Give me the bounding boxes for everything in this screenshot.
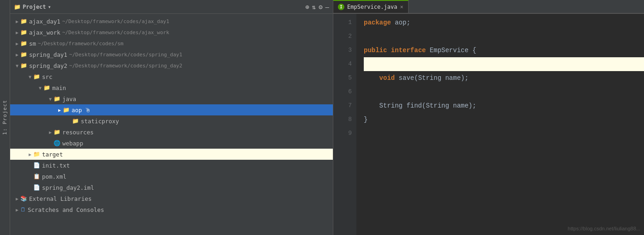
sort-icon[interactable]: ⇅ [312,3,316,11]
code-area[interactable]: 1 2 3 4 5 6 7 8 9 package aop; [333,14,644,235]
line-numbers: 1 2 3 4 5 6 7 8 9 [333,14,356,235]
code-line-6 [364,85,644,99]
toolbar-icons: ⊕ ⇅ ⚙ — [305,3,329,11]
code-line-8: } [364,113,644,127]
code-text [387,43,391,57]
arrow-icon: ▼ [14,63,20,68]
code-line-3: public interface EmpService { [364,43,644,57]
tree-item-target[interactable]: ▶ 📁 target [10,149,333,160]
project-tree: ▶ 📁 ajax_day1 ~/Desktop/framework/codes/… [10,14,333,235]
folder-icon: 🌐 [54,140,60,146]
line-num-4: 4 [333,57,352,71]
arrow-icon: ▶ [14,19,20,24]
item-path: ~/Desktop/framework/codes/sm [38,41,123,47]
project-title: 📁 Project ▾ [14,4,51,10]
folder-icon: 📁 [20,62,27,69]
item-name: resources [62,129,94,136]
line-num-7: 7 [333,99,352,113]
folder-icon: 📁 [20,51,27,58]
arrow-icon: ▶ [47,130,54,135]
code-line-1: package aop; [364,16,644,30]
tree-item-java[interactable]: ▼ 📁 java [10,93,333,104]
arrow-icon: ▶ [56,108,63,113]
project-dropdown-icon[interactable]: ▾ [48,4,51,10]
item-path: ~/Desktop/framework/codes/ajax_work [62,30,169,36]
keyword-interface: interface [391,43,426,57]
tree-item-spring-day2-iml[interactable]: 📄 spring_day2.iml [10,182,333,193]
line-num-6: 6 [333,85,352,99]
line-num-2: 2 [333,30,352,43]
code-line-4 [364,57,644,71]
arrow-icon: ▶ [27,152,33,157]
code-text: save(String name); [395,71,469,85]
tree-item-sm[interactable]: ▶ 📁 sm ~/Desktop/framework/codes/sm [10,38,333,49]
item-name: pom.xml [42,173,66,180]
item-path: ~/Desktop/framework/codes/spring_day2 [69,63,182,69]
tree-item-main[interactable]: ▼ 📁 main [10,82,333,93]
item-name: sm [29,40,36,47]
folder-icon: 📁 [14,4,21,10]
project-panel-tab[interactable]: 1: Project [0,0,10,235]
arrow-icon: ▶ [14,207,20,212]
tree-item-ajax-work[interactable]: ▶ 📁 ajax_work ~/Desktop/framework/codes/… [10,27,333,38]
item-name: webapp [62,140,83,147]
item-name: spring_day2.iml [42,184,94,191]
tree-item-aop[interactable]: ▶ 📁 aop 🖱 [10,104,333,115]
tree-item-init-txt[interactable]: 📄 init.txt [10,160,333,171]
code-line-7: String find(String name); [364,99,644,113]
editor-panel: I EmpService.java × 1 2 3 4 5 6 7 8 9 [333,0,644,235]
tree-item-staticproxy[interactable]: 📁 staticproxy [10,115,333,127]
tree-item-spring-day1[interactable]: ▶ 📁 spring_day1 ~/Desktop/framework/code… [10,49,333,60]
code-line-5: void save(String name); [364,71,644,85]
item-name: staticproxy [81,118,119,125]
tree-item-resources[interactable]: ▶ 📁 resources [10,127,333,138]
folder-icon: 📚 [20,195,27,202]
folder-icon: 📁 [20,29,27,36]
item-name: ajax_work [29,29,60,36]
editor-tab-bar: I EmpService.java × [333,0,644,14]
minimize-icon[interactable]: — [325,3,329,11]
code-text: String find(String name); [364,99,476,113]
item-name: spring_day1 [29,51,67,58]
item-name: init.txt [42,162,70,169]
line-num-5: 5 [333,71,352,85]
code-line-9 [364,127,644,140]
panel-tab-label: 1: Project [2,100,8,135]
tab-filename: EmpService.java [347,4,397,10]
folder-icon: 📁 [20,18,27,24]
item-name: src [42,73,53,80]
item-name: aop [72,107,82,114]
editor-tab-empservice[interactable]: I EmpService.java × [333,0,409,13]
globe-icon[interactable]: ⊕ [305,3,309,11]
folder-icon: 📁 [63,107,70,113]
item-name: java [62,96,76,102]
line-num-8: 8 [333,113,352,127]
file-icon: 📄 [33,184,40,191]
java-file-icon: I [338,4,344,10]
arrow-icon: ▶ [14,41,20,46]
line-num-1: 1 [333,16,352,30]
settings-icon[interactable]: ⚙ [319,3,322,11]
tab-close-button[interactable]: × [400,4,403,10]
item-name: ajax_day1 [29,18,60,25]
tree-item-ajax-day1[interactable]: ▶ 📁 ajax_day1 ~/Desktop/framework/codes/… [10,16,333,27]
code-content[interactable]: package aop; public interface EmpService… [356,14,644,235]
tree-item-external-libs[interactable]: ▶ 📚 External Libraries [10,193,333,204]
arrow-icon: ▶ [14,196,20,201]
tree-item-scratches[interactable]: ▶ 🗒 Scratches and Consoles [10,204,333,215]
file-icon: 📄 [33,162,40,169]
line-num-9: 9 [333,127,352,140]
tree-item-spring-day2[interactable]: ▼ 📁 spring_day2 ~/Desktop/framework/code… [10,60,333,71]
tree-item-webapp[interactable]: 🌐 webapp [10,138,333,149]
project-toolbar: 📁 Project ▾ ⊕ ⇅ ⚙ — [10,0,333,14]
code-line-2 [364,30,644,43]
project-panel: 📁 Project ▾ ⊕ ⇅ ⚙ — ▶ 📁 ajax_day1 ~/Desk… [10,0,333,235]
arrow-icon: ▼ [27,74,33,79]
item-name: External Libraries [29,195,91,202]
item-name: main [52,84,66,91]
folder-icon: 📁 [33,73,40,80]
folder-icon: 📁 [43,84,50,91]
tree-item-pom-xml[interactable]: 📋 pom.xml [10,171,333,182]
tree-item-src[interactable]: ▼ 📁 src [10,71,333,82]
item-name: spring_day2 [29,62,67,69]
